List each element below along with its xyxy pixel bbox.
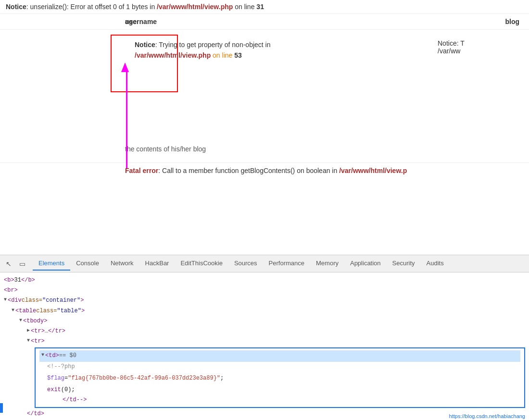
blog-content-text: the contents of his/her blog [0, 136, 529, 162]
notice-text: : unserialize(): Error at offset 0 of 1 … [26, 3, 157, 11]
notice-right-label: Notice [438, 39, 457, 47]
code-line-table: ▼ <table class="table"> [4, 306, 525, 316]
red-box-column [0, 35, 125, 131]
tab-security[interactable]: Security [387, 257, 421, 271]
tab-elements[interactable]: Elements [33, 257, 70, 271]
arrow-annotation [124, 62, 129, 178]
code-line-php-exit: exit (0); [39, 385, 520, 395]
devtools-panel: ↖ ▭ Elements Console Network HackBar Edi… [0, 255, 529, 420]
code-line-php-flag: $flag = "flag{767bb0be-86c5-42af-99a6-03… [39, 372, 520, 385]
notice-label: Notice [6, 3, 26, 11]
notice-filepath: /var/www/html/view.php [157, 3, 233, 11]
tab-editthiscookie[interactable]: EditThisCookie [175, 257, 228, 271]
fatal-error-bar: Fatal error: Call to a member function g… [0, 162, 529, 178]
col-username-header: username [0, 18, 125, 25]
triangle-icon: ▼ [27, 337, 30, 345]
col-age-header: age [125, 18, 183, 25]
arrow-line [126, 72, 127, 168]
code-line-div-container: ▼ <div class="container"> [4, 296, 525, 306]
triangle-icon: ▼ [41, 351, 44, 359]
notice-right-text: : T [457, 39, 465, 47]
code-line-php-comment: <!--?php [39, 362, 520, 372]
code-line-td-selected: ▼ <td> == $0 [39, 350, 520, 361]
tab-performance[interactable]: Performance [263, 257, 310, 271]
tab-network[interactable]: Network [105, 257, 139, 271]
content-row: Notice: Trying to get property of non-ob… [0, 30, 529, 136]
notice-right: Notice: T /var/ww [433, 35, 529, 131]
notice-cell-filepath: /var/www/html/view.php [135, 51, 211, 59]
status-url: https://blog.csdn.net/habiachang [449, 413, 525, 419]
page-content-area: Notice: unserialize(): Error at offset 0… [0, 0, 529, 255]
devtools-icons: ↖ ▭ [4, 259, 27, 269]
notice-bar: Notice: unserialize(): Error at offset 0… [0, 0, 529, 14]
devtools-toolbar: ↖ ▭ Elements Console Network HackBar Edi… [0, 255, 529, 272]
triangle-icon: ▼ [19, 317, 22, 324]
device-icon[interactable]: ▭ [17, 259, 27, 269]
tab-memory[interactable]: Memory [310, 257, 344, 271]
triangle-icon: ▼ [4, 296, 7, 304]
arrow-head [121, 62, 129, 72]
devtools-content: <b>31</b> <br> ▼ <div class="container">… [0, 272, 529, 420]
tab-sources[interactable]: Sources [228, 257, 263, 271]
notice-right-filepath: /var/ww [438, 47, 460, 55]
tab-console[interactable]: Console [70, 257, 105, 271]
elements-panel: <b>31</b> <br> ▼ <div class="container">… [0, 272, 529, 420]
tab-hackbar[interactable]: HackBar [139, 257, 175, 271]
triangle-icon: ▼ [12, 307, 14, 314]
notice-cell-text: : Trying to get property of non-object i… [155, 41, 271, 49]
notice-on-line: on line [211, 51, 234, 59]
line-indicator [0, 403, 3, 413]
devtools-statusbar: https://blog.csdn.net/habiachang [445, 412, 529, 420]
col-blog-header: blog [183, 18, 529, 25]
notice-line-prefix: on line [233, 3, 256, 11]
code-line-tr-open: ▼ <tr> [4, 336, 525, 346]
table-header: username age blog [0, 14, 529, 30]
code-line-td-close: </td--> [39, 395, 520, 405]
code-line-tr-collapsed: ▶ <tr>…</tr> [4, 326, 525, 336]
notice-line-num: 31 [256, 3, 264, 11]
triangle-icon: ▶ [27, 327, 30, 334]
notice-cell-label: Notice [135, 41, 155, 49]
fatal-filepath: /var/www/html/view.p [339, 167, 407, 174]
selected-td-section: ▼ <td> == $0 <!--?php $flag = "flag{767b… [35, 347, 525, 408]
notice-content: Notice: Trying to get property of non-ob… [125, 35, 433, 131]
notice-cell-linenum: 53 [234, 51, 242, 59]
code-line-br: <br> [4, 285, 525, 296]
code-line-b31: <b>31</b> [4, 275, 525, 285]
fatal-text: : Call to a member function getBlogConte… [158, 167, 339, 174]
tab-audits[interactable]: Audits [421, 257, 450, 271]
tab-application[interactable]: Application [344, 257, 387, 271]
fatal-label: Fatal error [125, 167, 158, 174]
cursor-icon[interactable]: ↖ [4, 259, 13, 269]
code-line-tbody: ▼ <tbody> [4, 316, 525, 326]
